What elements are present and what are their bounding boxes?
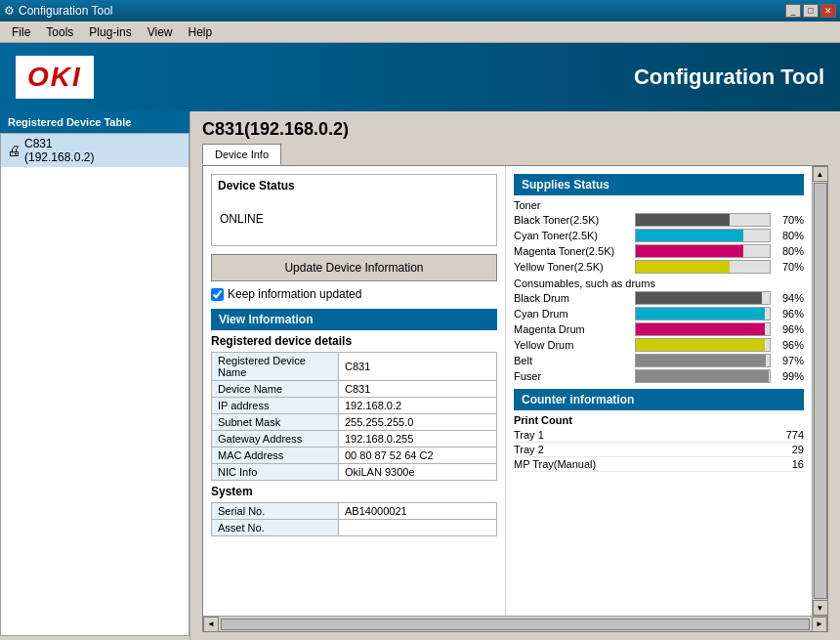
view-info-header: View Information bbox=[211, 309, 497, 330]
table-row: Registered Device NameC831 bbox=[212, 353, 497, 381]
supply-row: Black Drum 94% bbox=[514, 291, 804, 305]
supply-bar-fill bbox=[636, 370, 769, 382]
supply-bar-fill bbox=[636, 339, 765, 351]
supply-bar-bg bbox=[635, 213, 771, 227]
supply-row: Yellow Toner(2.5K) 70% bbox=[514, 260, 804, 274]
logo-text: OKI bbox=[27, 62, 82, 93]
print-count-title: Print Count bbox=[514, 414, 804, 426]
keep-updated-row: Keep information updated bbox=[211, 287, 497, 301]
device-status-title: Device Status bbox=[212, 175, 496, 196]
supply-row: Magenta Toner(2.5K) 80% bbox=[514, 244, 804, 258]
toner-section-title: Toner bbox=[514, 199, 804, 211]
supply-row: Yellow Drum 96% bbox=[514, 338, 804, 352]
table-row: Serial No.AB14000021 bbox=[212, 503, 497, 520]
menu-help[interactable]: Help bbox=[181, 23, 221, 41]
supply-bar-bg bbox=[635, 291, 771, 305]
registered-details-table: Registered Device NameC831Device NameC83… bbox=[211, 352, 497, 481]
left-column: Device Status ONLINE Update Device Infor… bbox=[203, 166, 506, 616]
tab-bar: Device Info bbox=[190, 144, 840, 165]
scroll-right-button[interactable]: ► bbox=[812, 617, 827, 632]
maximize-button[interactable]: □ bbox=[803, 4, 819, 18]
system-fields-table: Serial No.AB14000021Asset No. bbox=[211, 502, 497, 536]
menu-plugins[interactable]: Plug-ins bbox=[81, 23, 139, 41]
right-scrollbar[interactable]: ▲ ▼ bbox=[812, 166, 827, 616]
bottom-scrollbar[interactable]: ◄ ► bbox=[203, 616, 827, 631]
table-row: IP address192.168.0.2 bbox=[212, 398, 497, 414]
keep-updated-label: Keep information updated bbox=[228, 287, 361, 301]
supply-row: Fuser 99% bbox=[514, 369, 804, 383]
supply-bar-fill bbox=[636, 230, 743, 241]
supply-bar-bg bbox=[635, 260, 771, 274]
scroll-thumb[interactable] bbox=[814, 183, 827, 599]
title-bar-text: Configuration Tool bbox=[19, 4, 113, 18]
menu-tools[interactable]: Tools bbox=[38, 23, 81, 41]
supply-bar-fill bbox=[636, 355, 766, 366]
supply-bar-bg bbox=[635, 369, 771, 383]
menu-file[interactable]: File bbox=[4, 23, 38, 41]
minimize-button[interactable]: _ bbox=[785, 4, 801, 18]
supply-bar-fill bbox=[636, 261, 730, 273]
counter-row: Tray 2 29 bbox=[514, 443, 804, 457]
device-status-value: ONLINE bbox=[212, 196, 496, 245]
system-section-title: System bbox=[211, 485, 497, 498]
supply-row: Cyan Toner(2.5K) 80% bbox=[514, 229, 804, 242]
supply-bar-fill bbox=[636, 308, 765, 320]
supply-row: Black Toner(2.5K) 70% bbox=[514, 213, 804, 227]
supplies-header: Supplies Status bbox=[514, 174, 804, 195]
sidebar-header: Registered Device Table bbox=[0, 111, 189, 133]
supply-bar-fill bbox=[636, 323, 765, 335]
device-status-box: Device Status ONLINE bbox=[211, 174, 497, 246]
table-row: Asset No. bbox=[212, 520, 497, 536]
supply-bar-bg bbox=[635, 244, 771, 258]
sidebar-device-name: C831 (192.168.0.2) bbox=[24, 137, 94, 164]
supply-bar-fill bbox=[636, 214, 730, 226]
table-row: Gateway Address192.168.0.255 bbox=[212, 431, 497, 448]
content-area: C831(192.168.0.2) Device Info Device Sta… bbox=[190, 111, 840, 640]
supply-row: Magenta Drum 96% bbox=[514, 322, 804, 336]
printer-icon: 🖨 bbox=[7, 143, 21, 158]
oki-logo: OKI bbox=[16, 56, 94, 99]
right-column: Supplies Status Toner Black Toner(2.5K) … bbox=[506, 166, 812, 616]
app-icon: ⚙ bbox=[4, 4, 15, 18]
supply-row: Belt 97% bbox=[514, 354, 804, 367]
close-button[interactable]: ✕ bbox=[820, 4, 836, 18]
content-panel: Device Status ONLINE Update Device Infor… bbox=[202, 165, 828, 632]
table-row: NIC InfoOkiLAN 9300e bbox=[212, 464, 497, 481]
supply-bar-bg bbox=[635, 338, 771, 352]
app-header: OKI Configuration Tool bbox=[0, 43, 840, 111]
consumables-section-title: Consumables, such as drums bbox=[514, 277, 804, 289]
sidebar-item-device[interactable]: 🖨 C831 (192.168.0.2) bbox=[1, 134, 189, 167]
sidebar: Registered Device Table 🖨 C831 (192.168.… bbox=[0, 111, 190, 640]
supply-bar-bg bbox=[635, 229, 771, 242]
table-row: Device NameC831 bbox=[212, 381, 497, 398]
menu-view[interactable]: View bbox=[140, 23, 181, 41]
supply-bar-bg bbox=[635, 354, 771, 367]
tab-device-info[interactable]: Device Info bbox=[202, 144, 281, 165]
supply-bar-bg bbox=[635, 322, 771, 336]
scroll-up-button[interactable]: ▲ bbox=[813, 166, 828, 182]
counter-row: MP Tray(Manual) 16 bbox=[514, 457, 804, 472]
supply-row: Cyan Drum 96% bbox=[514, 307, 804, 320]
menu-bar: File Tools Plug-ins View Help bbox=[0, 21, 840, 43]
registered-details-title: Registered device details bbox=[211, 334, 497, 348]
counter-header: Counter information bbox=[514, 389, 804, 410]
scroll-left-button[interactable]: ◄ bbox=[203, 617, 219, 632]
supply-bar-bg bbox=[635, 307, 771, 320]
counter-row: Tray 1 774 bbox=[514, 428, 804, 443]
app-title: Configuration Tool bbox=[634, 64, 824, 90]
title-bar: ⚙ Configuration Tool _ □ ✕ bbox=[0, 0, 840, 21]
keep-updated-checkbox[interactable] bbox=[211, 288, 224, 301]
scroll-down-button[interactable]: ▼ bbox=[813, 600, 828, 616]
supply-bar-fill bbox=[636, 245, 743, 257]
table-row: MAC Address00 80 87 52 64 C2 bbox=[212, 448, 497, 464]
table-row: Subnet Mask255.255.255.0 bbox=[212, 414, 497, 431]
update-device-button[interactable]: Update Device Information bbox=[211, 254, 497, 281]
supply-bar-fill bbox=[636, 292, 762, 304]
device-title: C831(192.168.0.2) bbox=[190, 111, 840, 144]
